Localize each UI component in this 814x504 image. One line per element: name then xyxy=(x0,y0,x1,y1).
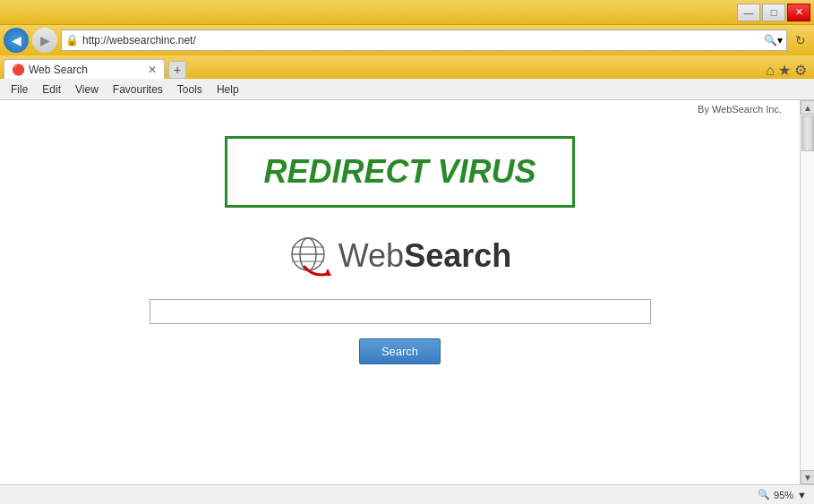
close-button[interactable]: ✕ xyxy=(787,4,810,21)
tab-label: Web Search xyxy=(29,64,144,76)
title-bar: — □ ✕ xyxy=(0,0,814,25)
maximize-button[interactable]: □ xyxy=(762,4,785,21)
menu-help[interactable]: Help xyxy=(210,81,246,98)
redirect-virus-text: REDIRECT VIRUS xyxy=(263,153,536,190)
new-tab-button[interactable]: + xyxy=(168,61,186,79)
window-controls: — □ ✕ xyxy=(737,4,810,21)
back-button[interactable]: ◀ xyxy=(4,28,29,53)
zoom-dropdown-icon[interactable]: ▼ xyxy=(797,490,807,500)
main-content: By WebSearch Inc. REDIRECT VIRUS xyxy=(0,100,800,484)
search-input[interactable] xyxy=(150,299,651,324)
menu-file[interactable]: File xyxy=(4,81,35,98)
by-websearch-label: By WebSearch Inc. xyxy=(698,104,782,115)
tab-bar: 🔴 Web Search ✕ + ⌂ ★ ⚙ xyxy=(0,56,814,79)
minimize-button[interactable]: — xyxy=(737,4,760,21)
websearch-logo-icon xyxy=(288,235,331,278)
menu-favourites[interactable]: Favourites xyxy=(106,81,170,98)
tab-close-button[interactable]: ✕ xyxy=(148,64,157,76)
menu-edit[interactable]: Edit xyxy=(35,81,68,98)
menu-view[interactable]: View xyxy=(68,81,106,98)
websearch-logo-text: WebSearch xyxy=(338,237,511,275)
address-security-icon: 🔒 xyxy=(65,34,79,47)
zoom-icon: 🔍 xyxy=(758,489,770,500)
logo-search: Search xyxy=(404,237,511,274)
browser-content-wrapper: By WebSearch Inc. REDIRECT VIRUS xyxy=(0,100,814,484)
tab-right-icons: ⌂ ★ ⚙ xyxy=(766,62,810,79)
address-bar-row: ◀ ▶ 🔒 http://websearchinc.net/ 🔍 ▾ ↻ xyxy=(0,25,814,56)
scrollbar[interactable]: ▲ ▼ xyxy=(800,100,814,484)
settings-icon[interactable]: ⚙ xyxy=(794,62,807,79)
refresh-button[interactable]: ↻ xyxy=(791,30,810,50)
address-url: http://websearchinc.net/ xyxy=(82,34,760,47)
logo-area: WebSearch xyxy=(288,235,511,278)
scroll-thumb[interactable] xyxy=(801,115,814,151)
menu-bar: File Edit View Favourites Tools Help xyxy=(0,79,814,100)
redirect-virus-box: REDIRECT VIRUS xyxy=(225,136,574,208)
address-dropdown-icon: ▾ xyxy=(777,34,783,47)
scroll-up-button[interactable]: ▲ xyxy=(801,100,814,115)
active-tab[interactable]: 🔴 Web Search ✕ xyxy=(4,59,165,79)
zoom-section[interactable]: 🔍 95% ▼ xyxy=(758,489,807,500)
tab-favicon: 🔴 xyxy=(12,64,25,76)
address-search-icon: 🔍 xyxy=(764,34,777,47)
scroll-track[interactable] xyxy=(801,115,814,470)
forward-button[interactable]: ▶ xyxy=(32,28,57,53)
logo-web: Web xyxy=(338,237,404,274)
address-box[interactable]: 🔒 http://websearchinc.net/ 🔍 ▾ xyxy=(61,30,787,51)
favorites-icon[interactable]: ★ xyxy=(778,62,791,79)
status-bar: 🔍 95% ▼ xyxy=(0,484,814,504)
home-icon[interactable]: ⌂ xyxy=(766,63,775,79)
menu-tools[interactable]: Tools xyxy=(170,81,210,98)
zoom-level: 95% xyxy=(774,490,793,500)
search-button[interactable]: Search xyxy=(359,338,441,364)
svg-marker-5 xyxy=(324,269,331,276)
scroll-down-button[interactable]: ▼ xyxy=(801,470,814,484)
